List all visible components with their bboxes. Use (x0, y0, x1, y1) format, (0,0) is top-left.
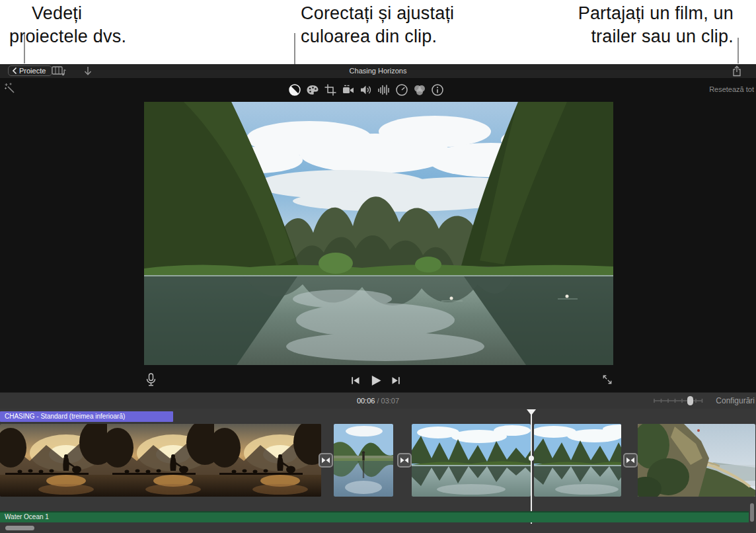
playback-controls (350, 374, 401, 387)
playhead-line[interactable] (531, 409, 532, 524)
horizontal-scrollbar[interactable] (5, 526, 34, 530)
callout-share: Partajați un film, un trailer sau un cli… (578, 2, 734, 48)
share-icon[interactable] (732, 65, 742, 77)
callout-line-share (737, 38, 739, 63)
filters-icon[interactable] (413, 83, 426, 97)
playhead-dot (529, 456, 534, 461)
callout-color-line2: culoarea din clip. (301, 25, 454, 48)
transition-icon-3[interactable] (623, 453, 638, 468)
viewer-preview-image (144, 102, 613, 365)
microphone-icon[interactable] (145, 373, 157, 387)
timecode: 00:06 / 03:07 (0, 397, 756, 405)
timeline-header: 00:06 / 03:07 Configurări (0, 392, 756, 409)
top-toolbar: Proiecte Chasing Horizons (0, 64, 756, 78)
skip-forward-icon[interactable] (391, 376, 401, 386)
color-balance-icon[interactable] (288, 83, 301, 97)
timeline-clip-2[interactable] (334, 424, 393, 497)
viewer-pane: Resetează tot (0, 78, 756, 392)
transition-icon-1[interactable] (319, 453, 333, 468)
adjustments-bar (288, 83, 444, 97)
project-title: Chasing Horizons (0, 67, 756, 75)
skip-back-icon[interactable] (350, 376, 360, 386)
settings-button[interactable]: Configurări (716, 396, 755, 405)
timeline-clip-5[interactable] (638, 424, 755, 497)
callout-share-line2: trailer sau un clip. (578, 25, 734, 48)
current-time: 00:06 (357, 397, 375, 405)
playhead-handle[interactable] (527, 409, 536, 415)
callout-projects-line1: Vedeți (9, 2, 126, 25)
callout-projects-line2: proiectele dvs. (9, 25, 126, 48)
timeline-zoom-slider[interactable] (653, 395, 703, 406)
speed-icon[interactable] (395, 83, 408, 97)
time-separator: / (375, 397, 381, 405)
color-palette-icon[interactable] (306, 83, 319, 97)
noise-reduction-icon[interactable] (377, 83, 391, 97)
timeline-pane: CHASING - Standard (treimea inferioară) (0, 409, 756, 533)
stabilization-icon[interactable] (342, 83, 355, 97)
callout-color: Corectați și ajustați culoarea din clip. (301, 2, 454, 48)
transition-icon-2[interactable] (397, 453, 412, 468)
auto-enhance-wand-icon[interactable] (3, 82, 15, 94)
reset-all-button[interactable]: Resetează tot (709, 85, 754, 93)
timeline-title-clip[interactable]: CHASING - Standard (treimea inferioară) (0, 411, 173, 422)
callout-line-projects (24, 34, 25, 63)
total-time: 03:07 (381, 397, 400, 405)
zoom-slider-thumb[interactable] (687, 396, 693, 405)
callout-share-line1: Partajați un film, un (578, 2, 734, 25)
timeline-clip-3[interactable] (412, 424, 531, 497)
clip-info-icon[interactable] (431, 83, 444, 97)
callout-color-line1: Corectați și ajustați (301, 2, 454, 25)
callout-projects: Vedeți proiectele dvs. (9, 2, 126, 48)
timeline-clip-1[interactable] (0, 424, 321, 497)
timeline-clip-4[interactable] (534, 424, 621, 497)
fullscreen-icon[interactable] (601, 374, 613, 386)
vertical-scrollbar[interactable] (750, 503, 754, 522)
play-icon[interactable] (369, 374, 382, 387)
volume-icon[interactable] (359, 83, 373, 97)
audio-clip[interactable]: Water Ocean 1 (0, 511, 749, 522)
crop-icon[interactable] (324, 83, 337, 97)
